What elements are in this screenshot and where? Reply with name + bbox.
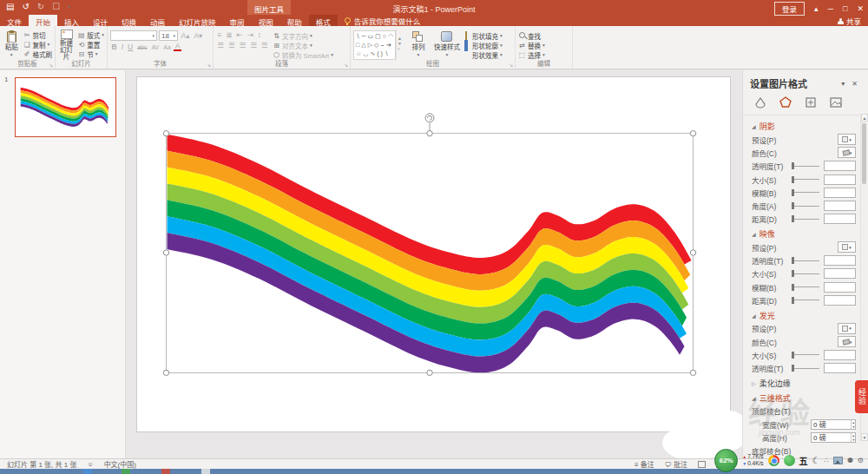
slider-track[interactable]	[792, 206, 819, 207]
shape-icon[interactable]: ▷	[368, 41, 372, 49]
section-button[interactable]: ⊟节▾	[77, 49, 104, 58]
slider-track[interactable]	[792, 354, 819, 355]
value-input[interactable]	[824, 282, 856, 293]
preset-button[interactable]: ▾	[838, 134, 856, 145]
copy-button[interactable]: ❏复制▾	[23, 40, 53, 49]
spin-field[interactable]: 0 磅▴▾	[811, 419, 856, 430]
spinner-arrows-icon[interactable]: ▴▾	[851, 420, 855, 429]
moon-icon[interactable]: ☾	[812, 456, 820, 465]
drawing-dialog-launcher[interactable]: ↘	[509, 62, 513, 68]
normal-view-icon[interactable]	[698, 461, 706, 468]
quick-styles-button[interactable]: 快速样式▾	[434, 28, 460, 59]
slider-track[interactable]	[792, 260, 819, 261]
slider-track[interactable]	[792, 286, 819, 287]
value-input[interactable]	[824, 295, 856, 306]
speedup-ball[interactable]: 62%	[714, 449, 738, 472]
align-text-button[interactable]: ⊞对齐文本▾	[273, 41, 333, 49]
screenshot-icon[interactable]	[833, 457, 843, 464]
touch-mode-icon[interactable]: ☐	[52, 2, 60, 12]
save-icon[interactable]: ▤	[6, 2, 14, 12]
paragraph-tool-icon[interactable]: ↕	[256, 30, 262, 39]
new-slide-button[interactable]: 新建幻灯片	[58, 28, 75, 59]
taskbar-icon[interactable]	[122, 469, 130, 474]
font-name-combo[interactable]: ▾	[110, 30, 157, 41]
slide[interactable]	[136, 76, 731, 432]
section-header-柔化边缘[interactable]: ▷柔化边缘	[752, 377, 856, 390]
font-color-button[interactable]: A	[174, 43, 181, 51]
shape-icon[interactable]: ─	[361, 32, 365, 41]
taskbar-icon[interactable]	[83, 469, 92, 474]
slider-track[interactable]	[792, 300, 819, 300]
undo-icon[interactable]: ↺	[22, 2, 29, 12]
resize-handle[interactable]	[163, 370, 168, 375]
paragraph-tool-icon[interactable]: ⇤	[235, 30, 244, 39]
shrink-font-icon[interactable]: A▾	[193, 31, 204, 40]
preset-button[interactable]: ▾	[838, 241, 856, 253]
arrange-button[interactable]: 排列▾	[405, 28, 431, 59]
shape-gallery-scroll[interactable]: ▲▼▿	[396, 28, 403, 59]
shape-icon[interactable]: ▭	[367, 32, 373, 41]
align-tool-icon[interactable]: ☰	[238, 41, 247, 49]
align-tool-icon[interactable]: ☰	[249, 41, 259, 49]
slide-canvas[interactable]	[126, 70, 742, 458]
font-size-combo[interactable]: ▾	[159, 30, 178, 41]
resize-handle[interactable]	[163, 250, 168, 255]
shape-icon[interactable]: ∖	[356, 32, 359, 41]
tab-插入[interactable]: 插入	[57, 15, 86, 26]
section-header-发光[interactable]: ◢发光	[752, 309, 856, 322]
color-button[interactable]: ▾	[838, 336, 856, 347]
rainbow-picture[interactable]	[168, 135, 692, 373]
resize-handle[interactable]	[690, 370, 695, 375]
tab-审阅[interactable]: 审阅	[223, 15, 252, 26]
clipboard-dialog-launcher[interactable]: ↘	[49, 62, 53, 68]
shape-icon[interactable]: □	[356, 41, 359, 49]
input-method-indicator[interactable]: 五	[799, 454, 808, 467]
tab-设计[interactable]: 设计	[86, 15, 115, 26]
value-input[interactable]	[824, 161, 856, 171]
shape-fill-button[interactable]: 形状填充▾	[463, 31, 503, 40]
paragraph-dialog-launcher[interactable]: ↘	[344, 62, 348, 68]
paragraph-tool-icon[interactable]: ≣	[225, 30, 233, 39]
notes-button[interactable]: ≡ 备注	[635, 459, 654, 469]
fill-line-tab-icon[interactable]	[753, 95, 767, 109]
section-header-映像[interactable]: ◢映像	[752, 227, 856, 240]
settings-icon[interactable]: ⚙	[858, 457, 864, 464]
shape-icon[interactable]: ◇	[374, 41, 378, 49]
shape-icon[interactable]: ∿	[370, 49, 375, 58]
shape-icon[interactable]: (	[377, 49, 378, 58]
slider-track[interactable]	[792, 192, 819, 193]
value-input[interactable]	[824, 201, 856, 211]
change-case-button[interactable]: Aa	[162, 44, 173, 50]
tab-文件[interactable]: 文件	[0, 15, 29, 26]
align-tool-icon[interactable]: ☰	[227, 41, 237, 49]
slide-thumbnail[interactable]	[15, 77, 116, 137]
slider-track[interactable]	[792, 166, 819, 167]
shape-outline-button[interactable]: 形状轮廓▾	[463, 41, 503, 49]
effects-tab-icon[interactable]	[779, 95, 792, 109]
underline-button[interactable]: U	[127, 43, 135, 51]
scrollbar-thumb[interactable]	[862, 123, 866, 184]
section-header-阴影[interactable]: ◢阴影	[752, 120, 856, 133]
pane-close-icon[interactable]: ✕	[848, 80, 861, 88]
value-input[interactable]	[824, 268, 856, 279]
font-size-input[interactable]	[161, 32, 172, 40]
replace-button[interactable]: ⇄替换▾	[518, 41, 545, 49]
color-button[interactable]: ▾	[838, 147, 856, 158]
taskbar-icon[interactable]	[161, 469, 170, 474]
slider-track[interactable]	[792, 179, 819, 180]
spinner-arrows-icon[interactable]: ▴▾	[851, 433, 855, 442]
rotation-handle[interactable]	[425, 114, 434, 122]
value-input[interactable]	[824, 363, 856, 373]
usb-icon[interactable]: ⚉	[847, 457, 853, 464]
resize-handle[interactable]	[427, 370, 432, 375]
shape-icon[interactable]: ◠	[388, 32, 393, 41]
shape-gallery[interactable]: ∖─▭▢○◠□△▷◇⌣➔☆◡∿()∖	[353, 30, 396, 60]
tab-动画[interactable]: 动画	[143, 15, 172, 26]
browser-icon[interactable]	[768, 455, 779, 466]
paste-button[interactable]: 粘贴▾	[3, 28, 21, 59]
taskbar-icon[interactable]	[201, 469, 210, 474]
resize-handle[interactable]	[690, 250, 695, 255]
find-button[interactable]: 查找	[518, 31, 545, 40]
font-dialog-launcher[interactable]: ↘	[207, 62, 211, 68]
shape-icon[interactable]: )	[381, 49, 383, 58]
